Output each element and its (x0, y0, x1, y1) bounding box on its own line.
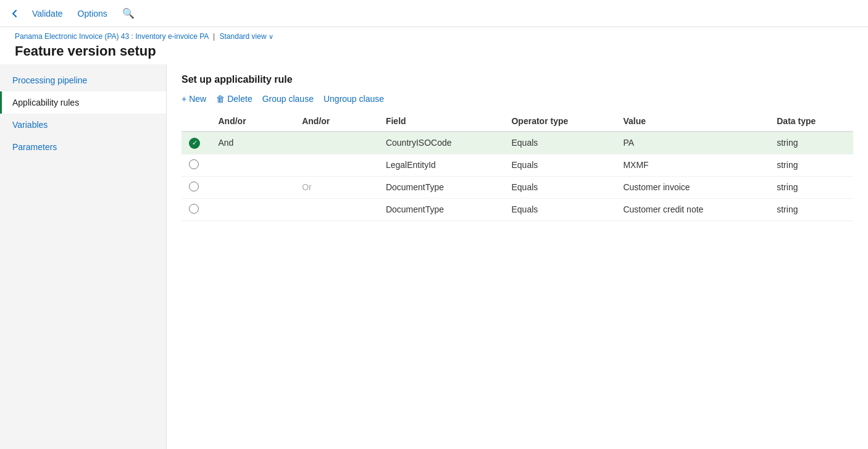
breadcrumb-separator: | (213, 32, 215, 41)
radio-button[interactable] (189, 159, 199, 169)
andor-col1-cell (211, 176, 295, 198)
group-clause-button[interactable]: Group clause (262, 94, 314, 104)
validate-button[interactable]: Validate (30, 9, 65, 19)
data-type-cell: string (769, 176, 853, 198)
table-row[interactable]: DocumentTypeEqualsCustomer credit notest… (182, 198, 853, 220)
andor-col2-cell (294, 198, 378, 220)
operator-type-cell: Equals (504, 176, 616, 198)
content-area: Set up applicability rule + New 🗑 Delete… (167, 64, 868, 449)
andor-col1-cell (211, 154, 295, 176)
chevron-down-icon: ∨ (269, 33, 273, 40)
main-layout: Processing pipeline Applicability rules … (0, 64, 868, 449)
plus-icon: + (182, 94, 186, 104)
col-select (182, 111, 211, 132)
trash-icon: 🗑 (216, 94, 225, 104)
col-andor-1: And/or (211, 111, 295, 132)
page-header: Panama Electronic Invoice (PA) 43 : Inve… (0, 27, 868, 62)
new-button[interactable]: + New (182, 94, 206, 104)
radio-button[interactable] (189, 204, 199, 214)
page-title: Feature version setup (15, 43, 853, 59)
value-cell: PA (616, 132, 769, 154)
data-type-cell: string (769, 154, 853, 176)
operator-type-cell: Equals (504, 154, 616, 176)
andor-col2-cell (294, 154, 378, 176)
col-data-type: Data type (769, 111, 853, 132)
col-operator-type: Operator type (504, 111, 616, 132)
toolbar: + New 🗑 Delete Group clause Ungroup clau… (182, 94, 853, 104)
delete-button[interactable]: 🗑 Delete (216, 94, 252, 104)
andor-col2-cell (294, 132, 378, 154)
table-row[interactable]: ✓AndCountryISOCodeEqualsPAstring (182, 132, 853, 154)
data-type-cell: string (769, 132, 853, 154)
applicability-rules-table: And/or And/or Field Operator type Value … (182, 111, 853, 221)
table-row[interactable]: LegalEntityIdEqualsMXMFstring (182, 154, 853, 176)
table-header-row: And/or And/or Field Operator type Value … (182, 111, 853, 132)
breadcrumb: Panama Electronic Invoice (PA) 43 : Inve… (15, 32, 853, 41)
row-select-cell[interactable] (182, 176, 211, 198)
radio-button[interactable] (189, 182, 199, 191)
value-cell: Customer invoice (616, 176, 769, 198)
field-cell: DocumentType (378, 198, 504, 220)
row-select-cell[interactable] (182, 154, 211, 176)
value-cell: Customer credit note (616, 198, 769, 220)
search-icon[interactable]: 🔍 (122, 7, 135, 19)
sidebar-item-variables[interactable]: Variables (0, 114, 166, 136)
value-cell: MXMF (616, 154, 769, 176)
row-select-cell[interactable] (182, 198, 211, 220)
sidebar-item-applicability-rules[interactable]: Applicability rules (0, 91, 166, 114)
standard-view-button[interactable]: Standard view ∨ (220, 32, 273, 41)
selected-indicator: ✓ (189, 138, 200, 149)
sidebar: Processing pipeline Applicability rules … (0, 64, 167, 449)
andor-col2-cell: Or (294, 176, 378, 198)
top-navigation: Validate Options 🔍 (0, 0, 868, 27)
options-button[interactable]: Options (75, 9, 110, 19)
section-title: Set up applicability rule (182, 74, 853, 85)
field-cell: LegalEntityId (378, 154, 504, 176)
back-button[interactable] (10, 9, 20, 19)
operator-type-cell: Equals (504, 198, 616, 220)
field-cell: CountryISOCode (378, 132, 504, 154)
row-select-cell[interactable]: ✓ (182, 132, 211, 154)
andor-col1-cell: And (211, 132, 295, 154)
operator-type-cell: Equals (504, 132, 616, 154)
data-type-cell: string (769, 198, 853, 220)
col-andor-2: And/or (294, 111, 378, 132)
field-cell: DocumentType (378, 176, 504, 198)
breadcrumb-text: Panama Electronic Invoice (PA) 43 : Inve… (15, 32, 209, 41)
sidebar-item-processing-pipeline[interactable]: Processing pipeline (0, 69, 166, 91)
table-row[interactable]: OrDocumentTypeEqualsCustomer invoicestri… (182, 176, 853, 198)
col-field: Field (378, 111, 504, 132)
andor-col1-cell (211, 198, 295, 220)
sidebar-item-parameters[interactable]: Parameters (0, 136, 166, 158)
ungroup-clause-button[interactable]: Ungroup clause (323, 94, 384, 104)
col-value: Value (616, 111, 769, 132)
